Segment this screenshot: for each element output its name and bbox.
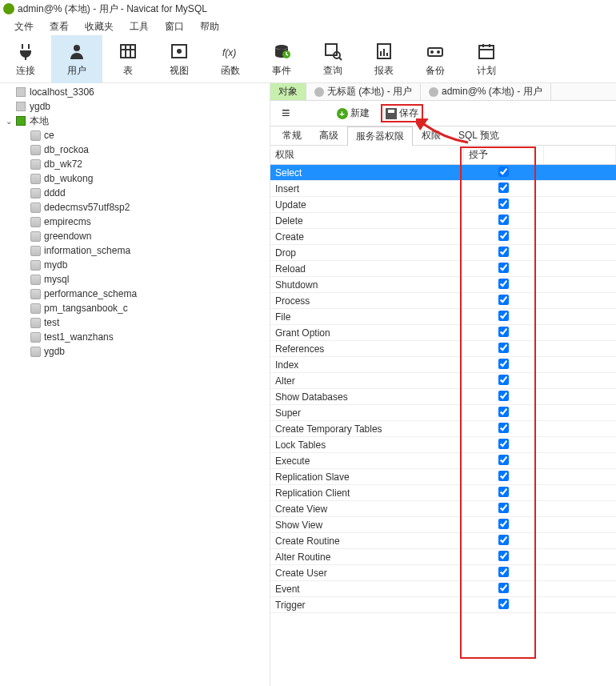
- grant-checkbox[interactable]: [498, 199, 509, 209]
- database-empirecms[interactable]: empirecms: [0, 215, 270, 229]
- permission-row[interactable]: Super: [270, 405, 616, 421]
- col-permission[interactable]: 权限: [270, 146, 464, 165]
- permission-row[interactable]: Select: [270, 165, 616, 181]
- permission-row[interactable]: Execute: [270, 453, 616, 469]
- grant-checkbox[interactable]: [498, 439, 509, 449]
- grant-checkbox[interactable]: [498, 343, 509, 353]
- permission-row[interactable]: Process: [270, 293, 616, 309]
- grant-checkbox[interactable]: [498, 487, 509, 497]
- database-mydb[interactable]: mydb: [0, 258, 270, 272]
- permission-row[interactable]: Replication Client: [270, 485, 616, 501]
- permission-row[interactable]: Create Routine: [270, 533, 616, 549]
- database-ce[interactable]: ce: [0, 128, 270, 142]
- database-db_wukong[interactable]: db_wukong: [0, 171, 270, 186]
- subtab-服务器权限[interactable]: 服务器权限: [347, 126, 413, 146]
- grant-checkbox[interactable]: [498, 503, 509, 513]
- permission-row[interactable]: References: [270, 341, 616, 357]
- toolbar-schedule[interactable]: 计划: [461, 35, 512, 83]
- toolbar-view[interactable]: 视图: [154, 35, 205, 83]
- grant-checkbox[interactable]: [498, 263, 509, 273]
- subtab-权限[interactable]: 权限: [413, 126, 450, 145]
- database-information_schema[interactable]: information_schema: [0, 243, 270, 258]
- toolbar-report[interactable]: 报表: [358, 35, 410, 83]
- permission-row[interactable]: Index: [270, 357, 616, 373]
- database-dddd[interactable]: dddd: [0, 186, 270, 200]
- tab[interactable]: admin@% (本地) - 用户: [421, 83, 551, 100]
- toolbar-plug[interactable]: 连接: [0, 35, 51, 83]
- subtab-常规[interactable]: 常规: [274, 126, 310, 145]
- database-test[interactable]: test: [0, 315, 270, 330]
- connection-本地[interactable]: ⌄本地: [0, 114, 270, 128]
- permission-row[interactable]: Alter Routine: [270, 549, 616, 565]
- toolbar-backup[interactable]: 备份: [410, 35, 461, 83]
- database-dedecmsv57utf8sp2[interactable]: dedecmsv57utf8sp2: [0, 200, 270, 215]
- database-performance_schema[interactable]: performance_schema: [0, 287, 270, 301]
- save-button[interactable]: 保存: [381, 104, 423, 122]
- database-pm_tangsanbook_c[interactable]: pm_tangsanbook_c: [0, 301, 270, 315]
- grant-checkbox[interactable]: [498, 567, 509, 577]
- grant-checkbox[interactable]: [498, 423, 509, 433]
- grant-checkbox[interactable]: [498, 391, 509, 401]
- permission-row[interactable]: Show Databases: [270, 389, 616, 405]
- grant-checkbox[interactable]: [498, 535, 509, 545]
- new-button[interactable]: + 新建: [332, 105, 374, 122]
- permission-row[interactable]: Create: [270, 229, 616, 245]
- permission-row[interactable]: Replication Slave: [270, 469, 616, 485]
- menu-窗口[interactable]: 窗口: [157, 18, 192, 35]
- connection-tree[interactable]: localhost_3306ygdb⌄本地cedb_rockoadb_wk72d…: [0, 83, 270, 686]
- subtab-SQL 预览[interactable]: SQL 预览: [450, 126, 508, 145]
- permission-row[interactable]: Trigger: [270, 597, 616, 613]
- grant-checkbox[interactable]: [498, 519, 509, 529]
- permission-row[interactable]: Lock Tables: [270, 437, 616, 453]
- permission-row[interactable]: Alter: [270, 373, 616, 389]
- permission-row[interactable]: Create Temporary Tables: [270, 421, 616, 437]
- database-db_rockoa[interactable]: db_rockoa: [0, 142, 270, 157]
- permission-row[interactable]: Drop: [270, 245, 616, 261]
- toolbar-event[interactable]: 事件: [256, 35, 307, 83]
- grant-checkbox[interactable]: [498, 359, 509, 369]
- grant-checkbox[interactable]: [498, 375, 509, 385]
- permission-row[interactable]: Shutdown: [270, 277, 616, 293]
- permission-row[interactable]: Grant Option: [270, 325, 616, 341]
- database-db_wk72[interactable]: db_wk72: [0, 157, 270, 171]
- permissions-table[interactable]: 权限 授予 SelectInsertUpdateDeleteCreateDrop…: [270, 146, 616, 613]
- grant-checkbox[interactable]: [498, 407, 509, 417]
- grant-checkbox[interactable]: [498, 166, 509, 177]
- permission-row[interactable]: Event: [270, 581, 616, 597]
- toolbar-table[interactable]: 表: [102, 35, 154, 83]
- col-grant[interactable]: 授予: [464, 146, 544, 165]
- permission-row[interactable]: Show View: [270, 517, 616, 533]
- grant-checkbox[interactable]: [498, 311, 509, 321]
- toolbar-user[interactable]: 用户: [51, 35, 102, 83]
- menu-查看[interactable]: 查看: [42, 18, 77, 35]
- caret-icon[interactable]: ⌄: [3, 117, 14, 126]
- database-greendown[interactable]: greendown: [0, 229, 270, 243]
- menu-帮助[interactable]: 帮助: [192, 18, 227, 35]
- database-mysql[interactable]: mysql: [0, 272, 270, 287]
- grant-checkbox[interactable]: [498, 551, 509, 561]
- grant-checkbox[interactable]: [498, 279, 509, 289]
- permission-row[interactable]: File: [270, 309, 616, 325]
- subtab-高级[interactable]: 高级: [310, 126, 347, 145]
- grant-checkbox[interactable]: [498, 247, 509, 257]
- permission-row[interactable]: Update: [270, 197, 616, 213]
- grant-checkbox[interactable]: [498, 583, 509, 593]
- grant-checkbox[interactable]: [498, 471, 509, 481]
- permission-row[interactable]: Delete: [270, 213, 616, 229]
- grant-checkbox[interactable]: [498, 231, 509, 241]
- permission-row[interactable]: Create User: [270, 565, 616, 581]
- menu-收藏夹[interactable]: 收藏夹: [77, 18, 122, 35]
- connection-ygdb[interactable]: ygdb: [0, 99, 270, 114]
- permission-row[interactable]: Create View: [270, 501, 616, 517]
- hamburger-icon[interactable]: ≡: [277, 105, 295, 122]
- grant-checkbox[interactable]: [498, 327, 509, 337]
- grant-checkbox[interactable]: [498, 295, 509, 305]
- database-ygdb[interactable]: ygdb: [0, 344, 270, 359]
- grant-checkbox[interactable]: [498, 215, 509, 225]
- tab[interactable]: 无标题 (本地) - 用户: [306, 83, 421, 100]
- menu-文件[interactable]: 文件: [6, 18, 42, 35]
- toolbar-fx[interactable]: f(x)函数: [205, 35, 256, 83]
- toolbar-query[interactable]: 查询: [307, 35, 358, 83]
- grant-checkbox[interactable]: [498, 455, 509, 465]
- database-test1_wanzhans[interactable]: test1_wanzhans: [0, 330, 270, 344]
